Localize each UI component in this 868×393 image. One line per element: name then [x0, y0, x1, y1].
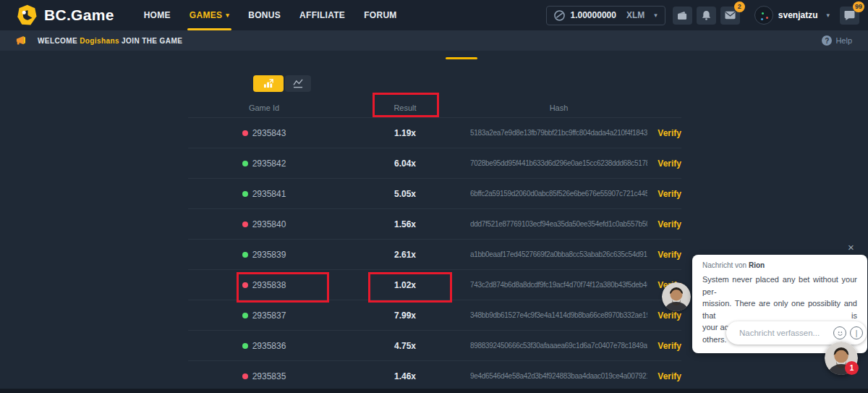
- result-multiplier: 1.19x: [340, 128, 470, 138]
- chat-unread-badge: 1: [845, 361, 859, 375]
- result-multiplier: 7.99x: [340, 310, 470, 321]
- result-multiplier: 1.56x: [340, 219, 470, 229]
- result-status-dot: [242, 343, 248, 349]
- result-status-dot: [242, 221, 248, 227]
- envelope-icon: [725, 11, 736, 20]
- main-nav: HOME GAMES ▾ BONUS AFFILIATE FORUM: [135, 0, 407, 30]
- nav-item-bonus[interactable]: BONUS: [239, 0, 290, 30]
- close-icon[interactable]: ×: [848, 241, 854, 253]
- table-row: 2935842 6.04x 7028be95dd95f441b633d6d296…: [188, 148, 681, 178]
- chevron-down-icon: ▾: [654, 12, 658, 19]
- verify-link[interactable]: Verify: [647, 341, 681, 351]
- game-id[interactable]: 2935835: [252, 371, 286, 381]
- nav-item-home[interactable]: HOME: [135, 0, 180, 30]
- help-label: Help: [835, 36, 852, 45]
- list-view-button[interactable]: [253, 75, 284, 92]
- welcome-suffix: JOIN THE GAME: [119, 37, 182, 45]
- verify-link[interactable]: Verify: [647, 371, 681, 381]
- nav-item-forum[interactable]: FORUM: [354, 0, 407, 30]
- game-id[interactable]: 2935841: [252, 189, 286, 199]
- emoji-icon[interactable]: [833, 326, 846, 339]
- username: svenjatzu: [778, 10, 818, 20]
- user-menu[interactable]: svenjatzu ▾: [754, 6, 830, 25]
- bar-chart-icon: [263, 79, 274, 88]
- hash-value: 743c2d874b6d8a8dcdf9fc19acf4d70f74f12a38…: [470, 281, 647, 289]
- table-row: 2935843 1.19x 5183a2ea7e9d8e13fb79bbf21b…: [188, 117, 681, 148]
- result-status-dot: [242, 191, 248, 197]
- balance-selector[interactable]: 1.00000000 XLM ▾: [546, 6, 665, 25]
- game-id[interactable]: 2935837: [252, 310, 286, 321]
- hash-value: a1bb0eaaf17ed4527669f2a0bba8cc53abab26c6…: [470, 250, 647, 258]
- coin-icon: [554, 10, 565, 21]
- result-multiplier: 5.05x: [340, 189, 470, 199]
- hash-value: 5183a2ea7e9d8e13fb79bbf21bc9ffc804dada4a…: [470, 129, 647, 137]
- hash-value: 348bb9db61527e4c9f3e4a1414d9b8ba66ce8970…: [470, 311, 647, 319]
- result-status-dot: [242, 252, 248, 258]
- chevron-down-icon: ▾: [226, 12, 229, 19]
- bcgame-logo-icon: [16, 4, 38, 26]
- game-history-table: Game Id Result Hash 2935843 1.19x 5183a2…: [188, 98, 681, 391]
- wallet-icon: [677, 11, 688, 20]
- chat-sender-line: Nachricht von Rion: [702, 261, 857, 269]
- column-header-hash: Hash: [470, 103, 647, 112]
- announcement-bar: WELCOME Dogishans JOIN THE GAME ? Help: [0, 30, 868, 51]
- question-mark-icon: ?: [822, 35, 832, 46]
- hash-value: 6bffc2a59159d2060d0abc85f526e6be676e5590…: [470, 190, 647, 198]
- user-avatar: [754, 6, 773, 25]
- game-id[interactable]: 2935843: [252, 128, 286, 138]
- chat-from-label: Nachricht von: [702, 261, 749, 269]
- result-status-dot: [242, 130, 248, 136]
- chat-agent-avatar: [662, 282, 691, 311]
- nav-item-affiliate[interactable]: AFFILIATE: [290, 0, 354, 30]
- game-id[interactable]: 2935836: [252, 341, 286, 351]
- help-button[interactable]: ? Help: [822, 35, 852, 46]
- table-body: 2935843 1.19x 5183a2ea7e9d8e13fb79bbf21b…: [188, 117, 681, 391]
- result-multiplier: 1.46x: [340, 371, 470, 381]
- verify-link[interactable]: Verify: [647, 128, 681, 138]
- nav-item-games[interactable]: GAMES ▾: [180, 0, 239, 30]
- verify-link[interactable]: Verify: [647, 310, 681, 321]
- verify-link[interactable]: Verify: [647, 159, 681, 169]
- verify-link[interactable]: Verify: [647, 250, 681, 260]
- table-row: 2935837 7.99x 348bb9db61527e4c9f3e4a1414…: [188, 300, 681, 330]
- hash-value: ddd7f521e87769103ecf94ea35da50ee354efd1c…: [470, 220, 647, 228]
- chat-message-input[interactable]: [726, 329, 833, 337]
- attachment-icon[interactable]: |: [850, 326, 863, 339]
- chat-toggle-button[interactable]: 99: [840, 7, 859, 25]
- speech-bubble-icon: [844, 10, 855, 20]
- result-multiplier: 6.04x: [340, 159, 470, 169]
- game-id[interactable]: 2935840: [252, 219, 286, 229]
- logo[interactable]: BC.Game: [16, 4, 114, 26]
- trend-view-button[interactable]: [285, 75, 311, 92]
- chat-badge: 99: [853, 1, 864, 12]
- welcome-prefix: WELCOME: [38, 37, 80, 45]
- bottom-edge: [0, 389, 868, 393]
- result-multiplier: 4.75x: [340, 341, 470, 351]
- table-row: 2935840 1.56x ddd7f521e87769103ecf94ea35…: [188, 208, 681, 239]
- verify-link[interactable]: Verify: [647, 189, 681, 199]
- game-id[interactable]: 2935842: [252, 159, 286, 169]
- result-multiplier: 2.61x: [340, 250, 470, 260]
- annotation-box-result-header: [373, 93, 439, 117]
- welcome-message: WELCOME Dogishans JOIN THE GAME: [38, 37, 182, 45]
- annotation-box-game-id: [237, 272, 329, 303]
- chevron-down-icon: ▾: [826, 12, 830, 19]
- messages-button[interactable]: 2: [720, 7, 740, 25]
- game-id[interactable]: 2935839: [252, 250, 286, 260]
- result-status-dot: [242, 373, 248, 379]
- result-status-dot: [242, 313, 248, 318]
- table-row: 2935841 5.05x 6bffc2a59159d2060d0abc85f5…: [188, 178, 681, 208]
- annotation-box-result-value: [368, 272, 452, 303]
- table-row: 2935836 4.75x 8988392450666c53f30afaaaea…: [188, 330, 681, 360]
- verify-link[interactable]: Verify: [647, 219, 681, 229]
- nav-item-games-label: GAMES: [190, 10, 223, 20]
- active-tab-indicator: [446, 57, 477, 59]
- hash-value: 8988392450666c53f30afaaaea69c1d6a7c0407e…: [470, 342, 647, 350]
- notifications-button[interactable]: [697, 7, 716, 25]
- table-row: 2935839 2.61x a1bb0eaaf17ed4527669f2a0bb…: [188, 239, 681, 269]
- chat-message-line: mission. There are only one possiblity a…: [702, 297, 857, 321]
- welcome-username: Dogishans: [80, 37, 119, 45]
- trend-chart-icon: [293, 79, 304, 88]
- hash-value: 9e4d6546d4e58a42d3b4f924883baa4daac019ce…: [470, 372, 647, 380]
- wallet-button[interactable]: [673, 7, 692, 25]
